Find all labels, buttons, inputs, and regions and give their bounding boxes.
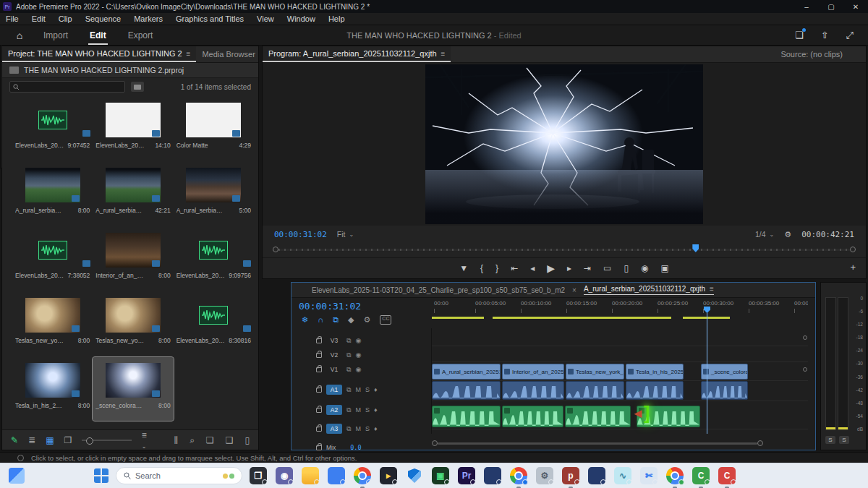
mic-icon[interactable]: ♦ [374,425,378,432]
project-item[interactable]: ElevenLabs_2025-... 9:07452 [12,97,93,160]
project-search-input[interactable] [9,81,125,93]
solo-button[interactable]: S [365,425,370,432]
menu-item[interactable]: Markers [134,14,163,23]
transport-button[interactable]: ▯ [624,263,629,273]
menu-item[interactable]: Graphics and Titles [176,14,244,23]
taskbar-app-icon[interactable]: ▸ [380,467,397,484]
header-tab[interactable]: Export [127,27,155,44]
sync-lock-icon[interactable]: ⧉ [346,406,351,414]
source-patch[interactable] [296,405,310,415]
mic-icon[interactable]: ♦ [374,406,378,414]
audio-track-header[interactable]: A3 ⧉ M S ♦ [292,422,432,435]
source-patch[interactable] [296,335,310,346]
taskbar-app-icon[interactable] [666,467,684,484]
header-tab[interactable]: Import [42,27,69,44]
timeline-vertical-scrollbar[interactable] [803,335,807,386]
mute-button[interactable]: M [355,406,361,414]
panel-menu-icon[interactable]: ≡ [710,285,714,293]
taskbar-app-icon[interactable]: ❐ [250,467,267,484]
project-file-row[interactable]: THE MAN WHO HACKED LIGHTNING 2.prproj [2,63,258,78]
taskbar-app-icon[interactable] [510,467,527,484]
scrub-start-handle[interactable] [273,247,278,252]
transport-button[interactable]: } [495,263,498,273]
taskbar-app-icon[interactable]: ⚙ [536,467,553,484]
taskbar-app-icon[interactable] [588,467,605,484]
maximize-button[interactable]: ▢ [819,3,843,11]
voice-clip[interactable] [565,406,631,427]
video-clip[interactable]: Tesla_in_his_20251103 [626,364,684,380]
lock-icon[interactable] [316,408,322,413]
menu-item[interactable]: Window [287,14,315,23]
project-item[interactable]: Teslas_new_york_202... 8:00 [93,292,173,356]
timeline-horizontal-scrollbar[interactable] [432,440,808,447]
transport-button[interactable]: { [480,263,483,273]
transport-button[interactable]: ▭ [603,263,611,273]
taskbar-search[interactable]: Search [116,467,242,484]
transport-button[interactable]: ⇤ [511,263,518,273]
project-item[interactable]: ElevenLabs_2025-... 9:09756 [174,227,254,291]
transport-button[interactable]: ◂ [530,263,535,273]
source-tab[interactable]: Source: (no clips) [775,46,848,62]
toolbar-icon[interactable]: ✎ [11,435,18,445]
video-clip[interactable]: Interior_of_an_2025110 [502,364,564,380]
meter-solo-button[interactable]: S [839,436,849,444]
track-label[interactable]: A1 [326,385,342,395]
timeline-toggle-icon[interactable]: ❄ [302,315,308,325]
audio-track-header[interactable]: A1 A1 ⧉ M S ♦ [292,383,432,396]
toolbar-icon[interactable]: ≣ [28,435,35,445]
track-label[interactable]: V1 [326,364,342,374]
voice-clip[interactable] [502,406,563,427]
sync-lock-icon[interactable]: ⧉ [346,425,351,433]
timeline-tracks[interactable]: A_rural_serbian_20251 Interior_of_an_202… [432,328,808,434]
track-label[interactable]: V2 [326,350,342,360]
solo-button[interactable]: S [365,386,370,393]
toolbar-icon[interactable]: ❑ [226,435,234,445]
project-item[interactable]: A_rural_serbian_2025... 8:00 [12,162,93,226]
taskbar-app-icon[interactable] [302,467,319,484]
video-track-header[interactable]: V2 ⧉ ◉ [292,348,432,361]
menu-item[interactable]: View [257,14,274,23]
solo-button[interactable]: S [365,406,370,414]
share-icon[interactable]: ⇧ [821,30,829,41]
mic-icon[interactable]: ♦ [374,386,378,393]
lock-icon[interactable] [316,388,322,393]
close-tab-icon[interactable]: × [572,286,576,294]
transport-button[interactable]: ▶ [547,262,555,274]
captions-icon[interactable]: CC [380,315,391,325]
project-tab[interactable]: Project: THE MAN WHO HACKED LIGHTNING 2≡ [2,46,196,62]
workspace-icon[interactable]: ❏ [795,30,804,41]
taskbar-app-icon[interactable]: C [718,467,736,484]
toolbar-icon[interactable]: ⫼ [174,435,179,445]
fullscreen-icon[interactable]: ⤢ [846,30,854,41]
project-item[interactable]: ElevenLabs_2025-... 8:30816 [174,292,254,356]
taskbar-app-icon[interactable] [406,467,423,484]
menu-item[interactable]: Sequence [85,14,122,23]
meter-solo-button[interactable]: S [825,436,835,444]
timeline-ruler[interactable]: 00:0000:00:05:0000:00:10:0000:00:15:0000… [432,298,808,317]
lock-icon[interactable] [316,445,322,450]
sync-lock-icon[interactable]: ⧉ [346,366,351,374]
sequence-tab-1[interactable]: ElevenLabs_2025-11-03T20_04_25_Charlie_p… [312,286,565,294]
sync-lock-icon[interactable]: ⧉ [346,386,351,394]
close-button[interactable]: ✕ [843,3,868,11]
toolbar-icon[interactable]: ❐ [64,435,72,445]
transport-button[interactable]: ▼ [459,263,468,273]
menu-item[interactable]: Clip [59,14,72,23]
video-track-header[interactable]: V3 ⧉ ◉ [292,334,432,347]
taskbar-app-icon[interactable]: p [562,467,579,484]
audio-clip[interactable] [566,381,624,400]
taskbar-app-icon[interactable]: ∿ [614,467,631,484]
sort-icon[interactable]: ≡ ⌄ [142,430,154,450]
lock-icon[interactable] [316,427,322,432]
toolbar-icon[interactable]: ▦ [46,435,54,445]
project-item[interactable]: Interior_of_an_202511... 8:00 [93,227,173,291]
media-browser-tab[interactable]: Media Browser [196,46,258,62]
voice-clip[interactable] [432,406,501,427]
panel-menu-icon[interactable]: ≡ [441,50,446,58]
audio-clip[interactable] [626,381,684,400]
video-clip[interactable]: Teslas_new_york_2025 [566,364,624,380]
button-editor-plus[interactable]: + [850,262,856,273]
widgets-icon[interactable] [9,468,25,484]
video-preview[interactable] [425,64,703,224]
taskbar-app-icon[interactable]: Pr [458,467,475,484]
